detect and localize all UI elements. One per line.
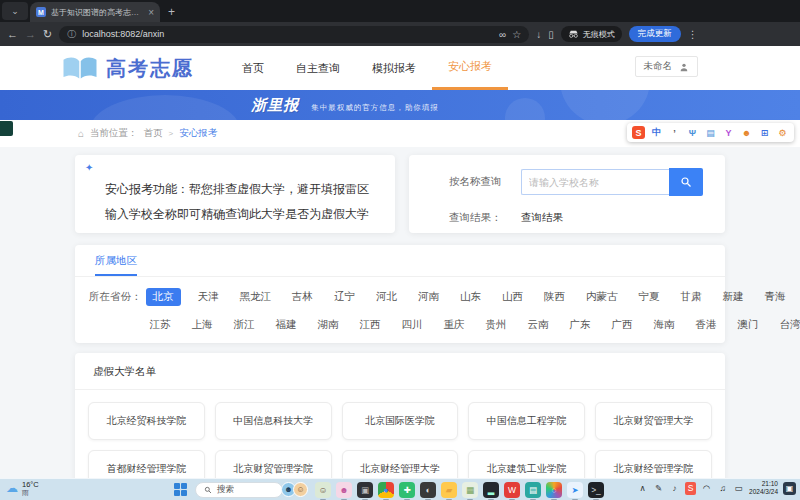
breadcrumb-home-link[interactable]: 首页 xyxy=(144,127,163,140)
battery-icon[interactable]: ▭ xyxy=(733,482,744,495)
dict-app-icon[interactable]: ▤ xyxy=(525,482,541,498)
province-chip[interactable]: 贵州 xyxy=(482,316,511,334)
university-card[interactable]: 北京财经管理大学 xyxy=(342,450,459,478)
university-card[interactable]: 北京财经管理学院 xyxy=(595,450,712,478)
link-icon[interactable]: ∞ xyxy=(499,29,506,40)
address-bar[interactable]: ⓘ localhost:8082/anxin ∞ ☆ xyxy=(59,26,529,43)
province-chip[interactable]: 广东 xyxy=(566,316,595,334)
province-chip[interactable]: 辽宁 xyxy=(330,288,359,306)
promo-banner[interactable]: 浙里报 集中最权威的官方信息，助你填报 xyxy=(0,90,800,120)
province-chip[interactable]: 海南 xyxy=(650,316,679,334)
province-chip[interactable]: 香港 xyxy=(692,316,721,334)
university-card[interactable]: 北京财贸管理大学 xyxy=(595,402,712,440)
university-card[interactable]: 北京国际医学院 xyxy=(342,402,459,440)
province-chip[interactable]: 甘肃 xyxy=(677,288,706,306)
contacts-app-icon[interactable]: ☻ xyxy=(336,482,352,498)
toolbox-icon[interactable]: Y xyxy=(722,126,735,139)
province-chip[interactable]: 台湾 xyxy=(776,316,800,334)
start-button[interactable] xyxy=(174,483,188,497)
university-card[interactable]: 北京经贸科技学院 xyxy=(88,402,205,440)
province-chip[interactable]: 江西 xyxy=(356,316,385,334)
tab-close-icon[interactable]: × xyxy=(148,7,154,18)
download-icon[interactable]: ↓ xyxy=(536,29,541,40)
tray-chevron-up-icon[interactable]: ∧ xyxy=(637,482,648,495)
color-ring-app-icon[interactable]: ◌ xyxy=(546,482,562,498)
user-box[interactable]: 未命名 xyxy=(635,56,699,77)
cmd-window-icon[interactable]: ▂ xyxy=(483,482,499,498)
university-card[interactable]: 中国信息工程学院 xyxy=(468,402,585,440)
province-chip[interactable]: 浙江 xyxy=(230,316,259,334)
province-chip[interactable]: 宁夏 xyxy=(635,288,664,306)
province-chip[interactable]: 湖南 xyxy=(314,316,343,334)
punctuation-icon[interactable]: ’ xyxy=(668,126,681,139)
tray-pen-icon[interactable]: ✎ xyxy=(653,482,664,495)
province-chip[interactable]: 内蒙古 xyxy=(582,288,622,306)
tray-speaker-icon[interactable]: ♪ xyxy=(669,482,680,495)
university-card[interactable]: 北京建筑工业学院 xyxy=(468,450,585,478)
nav-home[interactable]: 首页 xyxy=(226,46,280,90)
province-chip[interactable]: 云南 xyxy=(524,316,553,334)
finish-update-button[interactable]: 完成更新 xyxy=(629,26,681,42)
province-chip[interactable]: 广西 xyxy=(608,316,637,334)
province-chip[interactable]: 北京 xyxy=(146,288,181,306)
new-tab-button[interactable]: + xyxy=(168,5,175,19)
tab-search-chevron-icon[interactable]: ⌄ xyxy=(2,2,28,20)
voice-avatar-icon[interactable]: ☺ xyxy=(315,482,331,498)
breadcrumb-current[interactable]: 安心报考 xyxy=(179,127,217,140)
nav-anxin-apply[interactable]: 安心报考 xyxy=(432,46,508,90)
reading-list-icon[interactable]: ▯ xyxy=(548,29,554,40)
emoji-icon[interactable]: ☻ xyxy=(740,126,753,139)
province-chip[interactable]: 陕西 xyxy=(540,288,569,306)
sogou-logo-icon[interactable]: S xyxy=(632,126,645,139)
bookmark-star-icon[interactable]: ☆ xyxy=(512,29,521,40)
browser-tab[interactable]: M 基于知识图谱的高考志愿智能管理 × xyxy=(30,2,160,22)
soft-keyboard-icon[interactable]: ▤ xyxy=(704,126,717,139)
university-card[interactable]: 中国信息科技大学 xyxy=(215,402,332,440)
send-app-icon[interactable]: ➤ xyxy=(567,482,583,498)
volume-icon[interactable]: ♫ xyxy=(717,482,728,495)
search-button[interactable] xyxy=(669,168,703,196)
province-chip[interactable]: 新建 xyxy=(719,288,748,306)
chrome-icon[interactable]: ● xyxy=(378,482,394,498)
nav-self-query[interactable]: 自主查询 xyxy=(280,46,356,90)
province-chip[interactable]: 河南 xyxy=(414,288,443,306)
notification-icon[interactable]: ▣ xyxy=(783,482,796,495)
province-chip[interactable]: 天津 xyxy=(194,288,223,306)
province-chip[interactable]: 江苏 xyxy=(146,316,175,334)
province-chip[interactable]: 福建 xyxy=(272,316,301,334)
taskbar-clock[interactable]: 21:10 2024/3/24 xyxy=(749,481,778,495)
province-chip[interactable]: 吉林 xyxy=(288,288,317,306)
site-info-icon[interactable]: ⓘ xyxy=(67,28,76,41)
province-chip[interactable]: 河北 xyxy=(372,288,401,306)
province-chip[interactable]: 青海 xyxy=(761,288,790,306)
sogou-tray-icon[interactable]: S xyxy=(685,482,696,495)
province-chip[interactable]: 四川 xyxy=(398,316,427,334)
skin-icon[interactable]: ⊞ xyxy=(758,126,771,139)
settings-gear-icon[interactable]: ⚙ xyxy=(776,126,789,139)
province-chip[interactable]: 重庆 xyxy=(440,316,469,334)
chinese-mode-icon[interactable]: 中 xyxy=(650,126,663,139)
province-chip[interactable]: 黑龙江 xyxy=(236,288,276,306)
nav-mock-apply[interactable]: 模拟报考 xyxy=(356,46,432,90)
mic-icon[interactable]: Ψ xyxy=(686,126,699,139)
browser-menu-icon[interactable]: ⋮ xyxy=(688,29,698,40)
snip-tool-icon[interactable]: ▣ xyxy=(357,482,373,498)
user-avatar-icon[interactable]: ☺ xyxy=(293,482,308,497)
school-name-input[interactable] xyxy=(521,169,669,195)
province-chip[interactable]: 上海 xyxy=(188,316,217,334)
reload-icon[interactable]: ↻ xyxy=(43,28,52,41)
university-card[interactable]: 北京财贸管理学院 xyxy=(215,450,332,478)
gallery-app-icon[interactable]: ▦ xyxy=(462,482,478,498)
file-explorer-icon[interactable]: ▰ xyxy=(441,482,457,498)
wps-icon[interactable]: W xyxy=(504,482,520,498)
back-icon[interactable]: ← xyxy=(7,28,18,40)
province-chip[interactable]: 澳门 xyxy=(734,316,763,334)
province-chip[interactable]: 山东 xyxy=(456,288,485,306)
province-chip[interactable]: 山西 xyxy=(498,288,527,306)
university-card[interactable]: 首都财经管理学院 xyxy=(88,450,205,478)
tab-region[interactable]: 所属地区 xyxy=(95,254,137,276)
site-logo[interactable]: 高考志愿 xyxy=(62,55,194,82)
weather-widget[interactable]: ☁ 16°C 雨 xyxy=(6,481,39,496)
taskbar-search[interactable]: 搜索 xyxy=(195,482,283,498)
green-app-icon[interactable]: ✚ xyxy=(399,482,415,498)
